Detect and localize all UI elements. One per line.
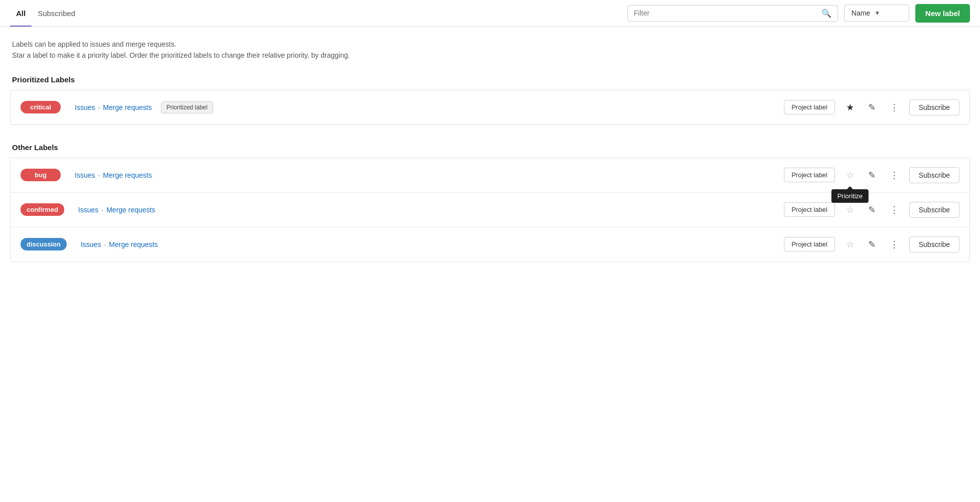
search-icon: 🔍 bbox=[822, 9, 832, 18]
label-badge-discussion: discussion bbox=[21, 238, 67, 250]
subscribe-button-bug[interactable]: Subscribe bbox=[909, 167, 959, 183]
subscribe-button-confirmed[interactable]: Subscribe bbox=[909, 202, 959, 218]
label-actions-bug: Project label ☆ Prioritize ✎ ⋮ Subscribe bbox=[784, 167, 959, 183]
project-label-badge-critical: Project label bbox=[784, 100, 835, 114]
edit-icon-bug[interactable]: ✎ bbox=[865, 168, 879, 182]
filter-area: 🔍 Name ▼ New label bbox=[627, 4, 970, 23]
info-line1: Labels can be applied to issues and merg… bbox=[12, 39, 968, 50]
label-row-bug: bug Issues · Merge requests Project labe… bbox=[11, 158, 969, 193]
dot-separator: · bbox=[98, 103, 100, 111]
merge-requests-link-critical[interactable]: Merge requests bbox=[103, 103, 151, 111]
project-label-badge-confirmed: Project label bbox=[784, 202, 835, 217]
label-actions-confirmed: Project label ☆ ✎ ⋮ Subscribe bbox=[784, 202, 959, 218]
edit-icon-confirmed[interactable]: ✎ bbox=[865, 203, 879, 217]
chevron-down-icon: ▼ bbox=[874, 10, 880, 17]
subscribe-button-critical[interactable]: Subscribe bbox=[909, 99, 959, 115]
more-icon-confirmed[interactable]: ⋮ bbox=[887, 203, 901, 217]
prioritized-labels-list: critical Issues · Merge requests Priorit… bbox=[10, 90, 970, 125]
issues-link-confirmed[interactable]: Issues bbox=[78, 206, 98, 214]
edit-icon-discussion[interactable]: ✎ bbox=[865, 237, 879, 252]
label-row-discussion: discussion Issues · Merge requests Proje… bbox=[11, 227, 969, 262]
dot-separator-bug: · bbox=[98, 171, 100, 179]
subscribe-button-discussion[interactable]: Subscribe bbox=[909, 236, 959, 253]
label-row: critical Issues · Merge requests Priorit… bbox=[11, 90, 969, 124]
label-actions-discussion: Project label ☆ ✎ ⋮ Subscribe bbox=[784, 236, 959, 253]
label-row-confirmed: confirmed Issues · Merge requests Projec… bbox=[11, 193, 969, 227]
label-badge-critical: critical bbox=[21, 101, 61, 113]
tab-subscribed[interactable]: Subscribed bbox=[32, 0, 81, 27]
merge-requests-link-discussion[interactable]: Merge requests bbox=[109, 240, 157, 248]
star-icon-critical[interactable]: ★ bbox=[843, 100, 857, 114]
sort-dropdown[interactable]: Name ▼ bbox=[844, 5, 909, 22]
page-wrapper: All Subscribed 🔍 Name ▼ New label Labels… bbox=[0, 0, 980, 502]
issues-link-discussion[interactable]: Issues bbox=[81, 240, 101, 248]
label-badge-bug: bug bbox=[21, 169, 61, 181]
prioritized-section-title: Prioritized Labels bbox=[0, 65, 980, 84]
issues-link-bug[interactable]: Issues bbox=[75, 171, 95, 179]
star-icon-confirmed[interactable]: ☆ bbox=[843, 203, 857, 217]
project-label-badge-discussion: Project label bbox=[784, 237, 835, 252]
label-badge-confirmed: confirmed bbox=[21, 203, 64, 216]
dot-separator-confirmed: · bbox=[101, 206, 103, 214]
filter-input-wrapper: 🔍 bbox=[627, 5, 838, 22]
filter-input[interactable] bbox=[634, 9, 819, 17]
more-icon-critical[interactable]: ⋮ bbox=[887, 100, 901, 114]
label-links-critical: Issues · Merge requests bbox=[75, 103, 152, 111]
label-links-discussion: Issues · Merge requests bbox=[81, 240, 158, 248]
other-section-title: Other Labels bbox=[0, 133, 980, 152]
edit-icon-critical[interactable]: ✎ bbox=[865, 100, 879, 114]
sort-label: Name bbox=[852, 9, 870, 17]
star-tooltip-wrapper-bug: ☆ Prioritize bbox=[843, 168, 857, 182]
tab-all[interactable]: All bbox=[10, 0, 32, 27]
project-label-badge-bug: Project label bbox=[784, 168, 835, 182]
label-links-confirmed: Issues · Merge requests bbox=[78, 206, 155, 214]
other-labels-list: bug Issues · Merge requests Project labe… bbox=[10, 158, 970, 262]
merge-requests-link-bug[interactable]: Merge requests bbox=[103, 171, 151, 179]
star-icon-discussion[interactable]: ☆ bbox=[843, 237, 857, 252]
more-icon-discussion[interactable]: ⋮ bbox=[887, 237, 901, 252]
info-section: Labels can be applied to issues and merg… bbox=[0, 27, 980, 65]
tab-bar: All Subscribed 🔍 Name ▼ New label bbox=[0, 0, 980, 27]
new-label-button[interactable]: New label bbox=[915, 4, 970, 23]
merge-requests-link-confirmed[interactable]: Merge requests bbox=[106, 206, 155, 214]
label-links-bug: Issues · Merge requests bbox=[75, 171, 152, 179]
label-actions-critical: Project label ★ ✎ ⋮ Subscribe bbox=[784, 99, 959, 115]
more-icon-bug[interactable]: ⋮ bbox=[887, 168, 901, 182]
prioritized-tag-critical: Prioritized label bbox=[161, 101, 213, 113]
dot-separator-discussion: · bbox=[104, 240, 106, 248]
star-icon-bug[interactable]: ☆ bbox=[843, 168, 857, 182]
info-line2: Star a label to make it a priority label… bbox=[12, 50, 968, 61]
issues-link-critical[interactable]: Issues bbox=[75, 103, 95, 111]
